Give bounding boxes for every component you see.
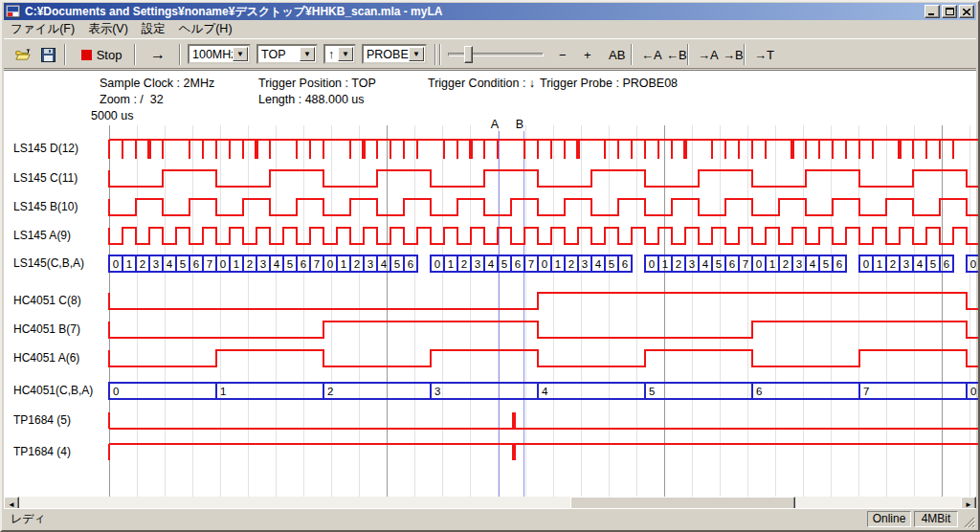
svg-text:6: 6 (408, 258, 413, 270)
svg-text:2: 2 (461, 258, 467, 270)
stop-button[interactable]: Stop (75, 43, 128, 66)
svg-text:6: 6 (301, 258, 306, 270)
svg-text:6: 6 (622, 258, 628, 270)
sample-clock-select[interactable]: 100MHz ▼ (188, 44, 251, 64)
toolbar-grip (434, 44, 436, 65)
status-online: Online (867, 511, 911, 527)
svg-text:5: 5 (716, 258, 722, 270)
svg-text:3: 3 (260, 258, 266, 270)
svg-text:1: 1 (341, 258, 346, 270)
menu-help[interactable]: ヘルプ(H) (172, 20, 239, 38)
menu-file[interactable]: ファイル(F) (4, 20, 81, 38)
signal-label[interactable]: TP1684 (4) (13, 445, 105, 458)
svg-text:1: 1 (662, 258, 668, 270)
minimize-button[interactable] (924, 5, 940, 18)
resize-grip[interactable] (963, 516, 975, 528)
menu-view[interactable]: 表示(V) (81, 20, 135, 38)
info-trigger-probe: Trigger Probe : PROBE08 (540, 77, 678, 90)
signal-label[interactable]: LS145 C(11) (13, 171, 105, 185)
trigger-edge-select[interactable]: ↑ ▼ (323, 44, 356, 64)
svg-text:0: 0 (113, 386, 119, 397)
svg-text:3: 3 (475, 258, 480, 270)
save-floppy-icon (41, 48, 56, 62)
save-button[interactable] (36, 43, 59, 66)
zoom-in-button[interactable]: + (580, 43, 595, 66)
chevron-down-icon[interactable]: ▼ (233, 47, 248, 61)
svg-text:5: 5 (394, 258, 400, 270)
menubar: ファイル(F) 表示(V) 設定 ヘルプ(H) (4, 20, 976, 38)
svg-text:0: 0 (970, 386, 976, 397)
svg-text:4: 4 (702, 258, 709, 270)
ab-button[interactable]: AB (605, 43, 629, 66)
signal-label[interactable]: LS145(C,B,A) (13, 256, 105, 270)
toolbar-separator (64, 44, 66, 65)
signal-label[interactable]: LS145 D(12) (13, 142, 105, 155)
waveform-area[interactable]: 0123456701234567012345601234567012345601… (4, 70, 976, 497)
svg-text:7: 7 (207, 258, 212, 270)
zoom-out-button[interactable]: − (555, 43, 570, 66)
chevron-down-icon[interactable]: ▼ (409, 47, 424, 61)
signal-label[interactable]: HC4051 C(8) (13, 294, 105, 307)
svg-text:B: B (516, 118, 523, 131)
signal-label[interactable]: LS145 A(9) (13, 229, 105, 242)
trigger-probe-select[interactable]: PROBE00 ▼ (362, 44, 427, 64)
zoom-slider-thumb[interactable] (464, 46, 473, 63)
chevron-down-icon[interactable]: ▼ (338, 47, 353, 61)
timeline-scale-label: 5000 us (91, 109, 133, 122)
svg-text:5: 5 (649, 386, 655, 397)
status-memory: 4MBit (914, 511, 958, 527)
svg-text:0: 0 (649, 258, 655, 270)
svg-text:5: 5 (501, 258, 507, 270)
run-button[interactable]: → (142, 43, 174, 66)
svg-text:4: 4 (274, 258, 280, 270)
goto-trigger-button[interactable]: →T (750, 43, 778, 66)
toolbar-grip (439, 44, 441, 65)
svg-text:3: 3 (903, 258, 909, 270)
svg-text:5: 5 (930, 258, 936, 270)
svg-text:6: 6 (944, 258, 949, 270)
open-folder-icon (15, 48, 31, 62)
svg-text:1: 1 (555, 258, 561, 270)
toolbar-separator (134, 44, 136, 65)
svg-text:6: 6 (756, 386, 762, 397)
svg-text:4: 4 (595, 258, 602, 270)
toolbar-separator (631, 44, 633, 65)
app-icon (6, 5, 21, 18)
svg-text:A: A (491, 118, 500, 131)
svg-text:6: 6 (729, 258, 735, 270)
info-length: Length : 488.000 us (258, 93, 365, 106)
svg-text:0: 0 (756, 258, 762, 270)
open-button[interactable] (11, 43, 34, 66)
signal-label[interactable]: TP1684 (5) (13, 413, 105, 427)
svg-text:1: 1 (769, 258, 775, 270)
svg-text:2: 2 (140, 258, 145, 270)
svg-text:0: 0 (542, 258, 547, 270)
signal-label[interactable]: HC4051 A(6) (13, 351, 105, 365)
menu-settings[interactable]: 設定 (135, 20, 172, 38)
close-button[interactable] (959, 5, 974, 18)
info-sample-clock: Sample Clock : 2MHz (100, 77, 214, 90)
info-zoom: Zoom : / 32 (100, 93, 164, 106)
svg-text:6: 6 (193, 258, 199, 270)
svg-text:2: 2 (247, 258, 253, 270)
svg-text:5: 5 (609, 258, 614, 270)
svg-text:1: 1 (220, 386, 226, 397)
zoom-slider[interactable] (448, 53, 544, 56)
maximize-button[interactable] (942, 5, 957, 18)
signal-label[interactable]: HC4051(C,B,A) (13, 384, 105, 397)
toolbar: Stop → 100MHz ▼ TOP ▼ ↑ ▼ PROBE00 ▼ − + … (4, 38, 976, 69)
waveform-svg[interactable]: 0123456701234567012345601234567012345601… (4, 71, 980, 498)
toolbar-separator (179, 44, 181, 65)
svg-text:2: 2 (676, 258, 681, 270)
svg-text:5: 5 (823, 258, 829, 270)
trigger-position-select[interactable]: TOP ▼ (256, 44, 318, 64)
svg-text:1: 1 (126, 258, 132, 270)
signal-label[interactable]: HC4051 B(7) (13, 322, 105, 336)
signal-label[interactable]: LS145 B(10) (13, 200, 105, 213)
chevron-down-icon[interactable]: ▼ (300, 47, 315, 61)
svg-text:6: 6 (836, 258, 842, 270)
svg-text:0: 0 (970, 258, 976, 270)
toolbar-separator (744, 44, 746, 65)
svg-text:0: 0 (113, 258, 119, 270)
titlebar[interactable]: C:¥Documents and Settings¥noname¥デスクトップ¥… (4, 3, 976, 20)
